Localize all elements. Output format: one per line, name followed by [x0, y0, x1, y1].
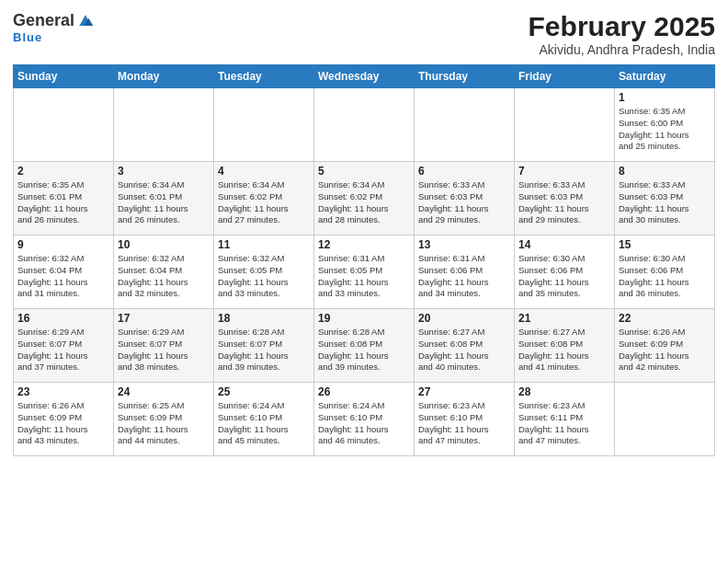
col-friday: Friday — [515, 65, 615, 88]
col-monday: Monday — [114, 65, 214, 88]
day-info: Sunrise: 6:25 AM Sunset: 6:09 PM Dayligh… — [118, 400, 210, 447]
calendar-header-row: Sunday Monday Tuesday Wednesday Thursday… — [14, 65, 715, 88]
table-row: 16Sunrise: 6:29 AM Sunset: 6:07 PM Dayli… — [14, 309, 114, 383]
day-number: 12 — [318, 238, 410, 251]
day-number: 27 — [418, 385, 510, 398]
table-row — [114, 88, 214, 162]
col-sunday: Sunday — [14, 65, 114, 88]
day-info: Sunrise: 6:29 AM Sunset: 6:07 PM Dayligh… — [118, 327, 210, 373]
table-row: 1Sunrise: 6:35 AM Sunset: 6:00 PM Daylig… — [615, 88, 715, 162]
table-row: 13Sunrise: 6:31 AM Sunset: 6:06 PM Dayli… — [415, 236, 515, 309]
table-row: 5Sunrise: 6:34 AM Sunset: 6:02 PM Daylig… — [314, 162, 415, 236]
day-number: 15 — [619, 238, 711, 251]
table-row: 22Sunrise: 6:26 AM Sunset: 6:09 PM Dayli… — [615, 309, 715, 383]
day-number: 4 — [218, 165, 310, 178]
day-number: 9 — [17, 238, 109, 251]
day-info: Sunrise: 6:27 AM Sunset: 6:08 PM Dayligh… — [418, 327, 510, 373]
logo: General Blue — [13, 11, 95, 44]
day-info: Sunrise: 6:32 AM Sunset: 6:05 PM Dayligh… — [218, 253, 310, 300]
day-info: Sunrise: 6:26 AM Sunset: 6:09 PM Dayligh… — [17, 400, 109, 447]
table-row: 2Sunrise: 6:35 AM Sunset: 6:01 PM Daylig… — [14, 162, 114, 236]
table-row: 10Sunrise: 6:32 AM Sunset: 6:04 PM Dayli… — [114, 236, 214, 309]
table-row: 4Sunrise: 6:34 AM Sunset: 6:02 PM Daylig… — [214, 162, 314, 236]
table-row: 18Sunrise: 6:28 AM Sunset: 6:07 PM Dayli… — [214, 309, 314, 383]
table-row: 20Sunrise: 6:27 AM Sunset: 6:08 PM Dayli… — [415, 309, 515, 383]
day-info: Sunrise: 6:35 AM Sunset: 6:01 PM Dayligh… — [17, 179, 109, 226]
table-row — [615, 383, 715, 456]
day-number: 17 — [118, 312, 210, 325]
table-row: 25Sunrise: 6:24 AM Sunset: 6:10 PM Dayli… — [214, 383, 314, 456]
day-info: Sunrise: 6:30 AM Sunset: 6:06 PM Dayligh… — [518, 253, 610, 300]
day-number: 14 — [518, 238, 610, 251]
day-info: Sunrise: 6:30 AM Sunset: 6:06 PM Dayligh… — [619, 253, 711, 300]
day-number: 24 — [118, 385, 210, 398]
day-number: 20 — [418, 312, 510, 325]
day-info: Sunrise: 6:33 AM Sunset: 6:03 PM Dayligh… — [518, 179, 610, 226]
day-info: Sunrise: 6:29 AM Sunset: 6:07 PM Dayligh… — [17, 327, 109, 373]
table-row: 15Sunrise: 6:30 AM Sunset: 6:06 PM Dayli… — [615, 236, 715, 309]
day-info: Sunrise: 6:32 AM Sunset: 6:04 PM Dayligh… — [118, 253, 210, 300]
day-number: 3 — [118, 165, 210, 178]
day-info: Sunrise: 6:26 AM Sunset: 6:09 PM Dayligh… — [619, 327, 711, 373]
day-info: Sunrise: 6:23 AM Sunset: 6:10 PM Dayligh… — [418, 400, 510, 447]
table-row — [214, 88, 314, 162]
day-info: Sunrise: 6:24 AM Sunset: 6:10 PM Dayligh… — [318, 400, 410, 447]
day-info: Sunrise: 6:34 AM Sunset: 6:02 PM Dayligh… — [218, 179, 310, 226]
day-number: 22 — [619, 312, 711, 325]
table-row: 19Sunrise: 6:28 AM Sunset: 6:08 PM Dayli… — [314, 309, 415, 383]
header: General Blue February 2025 Akividu, Andh… — [13, 11, 715, 57]
day-number: 5 — [318, 165, 410, 178]
table-row: 12Sunrise: 6:31 AM Sunset: 6:05 PM Dayli… — [314, 236, 415, 309]
day-number: 7 — [518, 165, 610, 178]
location-title: Akividu, Andhra Pradesh, India — [529, 42, 715, 57]
table-row: 21Sunrise: 6:27 AM Sunset: 6:08 PM Dayli… — [515, 309, 615, 383]
page: General Blue February 2025 Akividu, Andh… — [0, 0, 728, 563]
table-row: 28Sunrise: 6:23 AM Sunset: 6:11 PM Dayli… — [515, 383, 615, 456]
day-info: Sunrise: 6:32 AM Sunset: 6:04 PM Dayligh… — [17, 253, 109, 300]
col-saturday: Saturday — [615, 65, 715, 88]
logo-text: General — [13, 11, 95, 30]
day-number: 11 — [218, 238, 310, 251]
table-row: 14Sunrise: 6:30 AM Sunset: 6:06 PM Dayli… — [515, 236, 615, 309]
day-info: Sunrise: 6:24 AM Sunset: 6:10 PM Dayligh… — [218, 400, 310, 447]
col-thursday: Thursday — [415, 65, 515, 88]
table-row: 8Sunrise: 6:33 AM Sunset: 6:03 PM Daylig… — [615, 162, 715, 236]
col-wednesday: Wednesday — [314, 65, 415, 88]
table-row: 17Sunrise: 6:29 AM Sunset: 6:07 PM Dayli… — [114, 309, 214, 383]
table-row: 23Sunrise: 6:26 AM Sunset: 6:09 PM Dayli… — [14, 383, 114, 456]
day-number: 10 — [118, 238, 210, 251]
table-row — [14, 88, 114, 162]
day-info: Sunrise: 6:34 AM Sunset: 6:02 PM Dayligh… — [318, 179, 410, 226]
day-number: 16 — [17, 312, 109, 325]
day-info: Sunrise: 6:35 AM Sunset: 6:00 PM Dayligh… — [619, 106, 711, 153]
day-number: 18 — [218, 312, 310, 325]
day-info: Sunrise: 6:34 AM Sunset: 6:01 PM Dayligh… — [118, 179, 210, 226]
day-number: 8 — [619, 165, 711, 178]
day-info: Sunrise: 6:31 AM Sunset: 6:05 PM Dayligh… — [318, 253, 410, 300]
day-number: 1 — [619, 91, 711, 104]
day-number: 23 — [17, 385, 109, 398]
day-info: Sunrise: 6:28 AM Sunset: 6:07 PM Dayligh… — [218, 327, 310, 373]
col-tuesday: Tuesday — [214, 65, 314, 88]
day-info: Sunrise: 6:27 AM Sunset: 6:08 PM Dayligh… — [518, 327, 610, 373]
table-row: 3Sunrise: 6:34 AM Sunset: 6:01 PM Daylig… — [114, 162, 214, 236]
logo-general: General — [13, 11, 74, 30]
day-number: 6 — [418, 165, 510, 178]
logo-icon — [76, 12, 95, 30]
table-row — [515, 88, 615, 162]
title-area: February 2025 Akividu, Andhra Pradesh, I… — [529, 11, 715, 57]
table-row: 27Sunrise: 6:23 AM Sunset: 6:10 PM Dayli… — [415, 383, 515, 456]
day-number: 21 — [518, 312, 610, 325]
day-number: 25 — [218, 385, 310, 398]
table-row: 24Sunrise: 6:25 AM Sunset: 6:09 PM Dayli… — [114, 383, 214, 456]
day-number: 19 — [318, 312, 410, 325]
table-row — [314, 88, 415, 162]
logo-subtitle: Blue — [13, 30, 42, 44]
table-row: 6Sunrise: 6:33 AM Sunset: 6:03 PM Daylig… — [415, 162, 515, 236]
day-info: Sunrise: 6:33 AM Sunset: 6:03 PM Dayligh… — [619, 179, 711, 226]
day-number: 2 — [17, 165, 109, 178]
day-info: Sunrise: 6:33 AM Sunset: 6:03 PM Dayligh… — [418, 179, 510, 226]
table-row: 26Sunrise: 6:24 AM Sunset: 6:10 PM Dayli… — [314, 383, 415, 456]
day-number: 26 — [318, 385, 410, 398]
table-row: 9Sunrise: 6:32 AM Sunset: 6:04 PM Daylig… — [14, 236, 114, 309]
